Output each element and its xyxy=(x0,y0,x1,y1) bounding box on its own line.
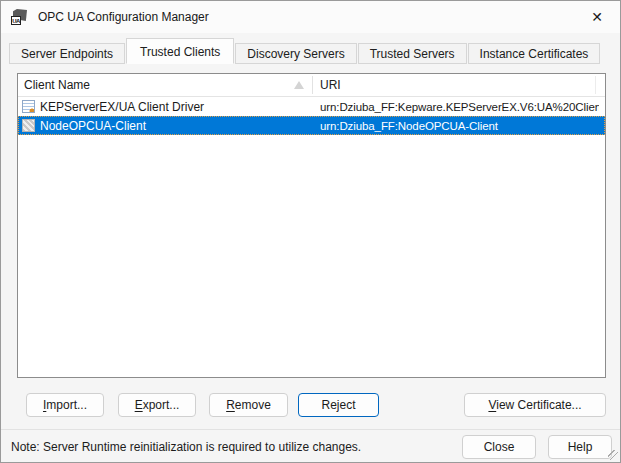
export-button-mnemonic: E xyxy=(135,398,143,412)
column-header-uri[interactable]: URI xyxy=(312,78,341,92)
tab-server-endpoints[interactable]: Server Endpoints xyxy=(9,43,125,64)
close-button[interactable]: Close xyxy=(462,435,536,459)
certificate-icon xyxy=(22,100,35,113)
list-header: Client Name URI xyxy=(18,74,605,97)
client-name-cell: KEPServerEX/UA Client Driver xyxy=(18,100,312,114)
close-button-label: Close xyxy=(484,440,515,454)
import-button-label: mport... xyxy=(46,398,87,412)
import-button[interactable]: Import... xyxy=(26,393,104,417)
opc-ua-configuration-manager-dialog: UA OPC UA Configuration Manager ✕ Server… xyxy=(0,0,621,463)
client-name-text: KEPServerEX/UA Client Driver xyxy=(40,100,204,114)
table-row-nodeopcua-selected[interactable]: NodeOPCUA-Client urn:Dziuba_FF:NodeOPCUA… xyxy=(18,116,605,135)
remove-button[interactable]: Remove xyxy=(209,393,288,417)
app-icon-label: UA xyxy=(11,16,21,25)
reject-button[interactable]: Reject xyxy=(298,393,379,417)
table-row-kepserverex[interactable]: KEPServerEX/UA Client Driver urn:Dziuba_… xyxy=(18,97,605,116)
resize-grip[interactable] xyxy=(608,450,618,460)
export-button-label: xport... xyxy=(143,398,180,412)
view-certificate-button[interactable]: View Certificate... xyxy=(464,393,606,417)
window-title: OPC UA Configuration Manager xyxy=(38,10,209,24)
footer-divider xyxy=(1,429,620,430)
close-icon: ✕ xyxy=(591,9,603,25)
remove-button-label: emove xyxy=(235,398,271,412)
column-divider[interactable] xyxy=(312,76,313,94)
client-name-text: NodeOPCUA-Client xyxy=(40,119,146,133)
tab-strip: Server Endpoints Trusted Clients Discove… xyxy=(9,38,601,64)
remove-button-mnemonic: R xyxy=(226,398,235,412)
tab-trusted-servers[interactable]: Trusted Servers xyxy=(358,43,467,64)
window-close-button[interactable]: ✕ xyxy=(574,1,620,33)
column-header-client-name[interactable]: Client Name xyxy=(18,78,312,92)
client-name-cell: NodeOPCUA-Client xyxy=(18,119,312,133)
uri-cell: urn:Dziuba_FF:NodeOPCUA-Client xyxy=(312,120,599,132)
trusted-clients-list: Client Name URI KEPServerEX/UA Client Dr… xyxy=(17,73,606,378)
sort-ascending-icon xyxy=(294,81,304,89)
app-ua-icon: UA xyxy=(11,9,28,25)
export-button[interactable]: Export... xyxy=(118,393,196,417)
view-certificate-label: iew Certificate... xyxy=(496,398,581,412)
runtime-note-text: Note: Server Runtime reinitialization is… xyxy=(11,435,361,459)
tab-instance-certificates[interactable]: Instance Certificates xyxy=(468,43,601,64)
reject-button-label: Reject xyxy=(321,398,355,412)
uri-cell: urn:Dziuba_FF:Kepware.KEPServerEX.V6:UA%… xyxy=(312,101,599,113)
help-button-label: Help xyxy=(568,440,593,454)
title-bar: UA OPC UA Configuration Manager xyxy=(1,1,620,33)
column-divider[interactable] xyxy=(595,76,596,94)
certificate-gray-icon xyxy=(22,119,35,132)
help-button[interactable]: Help xyxy=(548,435,612,459)
tab-trusted-clients[interactable]: Trusted Clients xyxy=(126,38,234,64)
tab-discovery-servers[interactable]: Discovery Servers xyxy=(235,43,356,64)
